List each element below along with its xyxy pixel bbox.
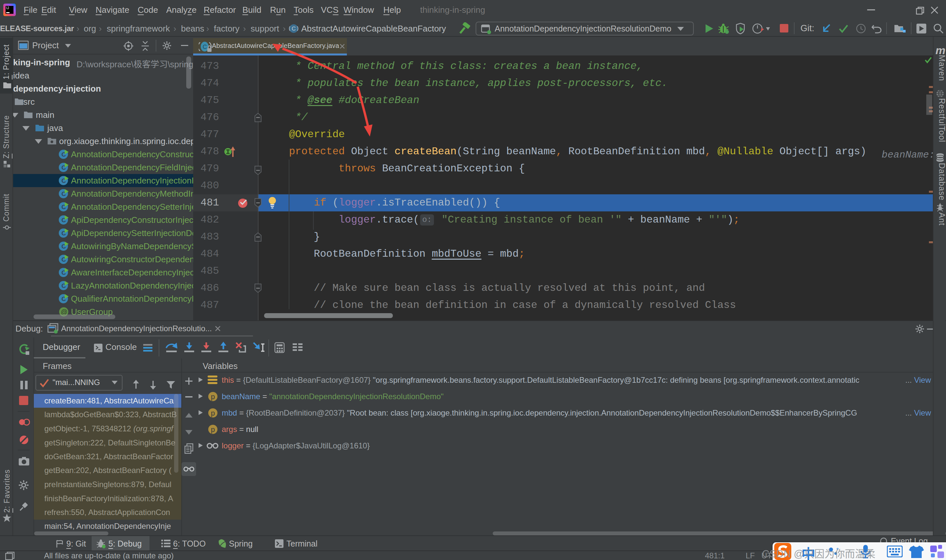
svg-text:C: C <box>203 44 207 50</box>
svg-text:p: p <box>211 392 215 401</box>
svg-text:p: p <box>211 425 215 434</box>
svg-text:p: p <box>211 409 215 417</box>
svg-text:C: C <box>292 26 296 32</box>
svg-text:IJ: IJ <box>6 6 9 10</box>
